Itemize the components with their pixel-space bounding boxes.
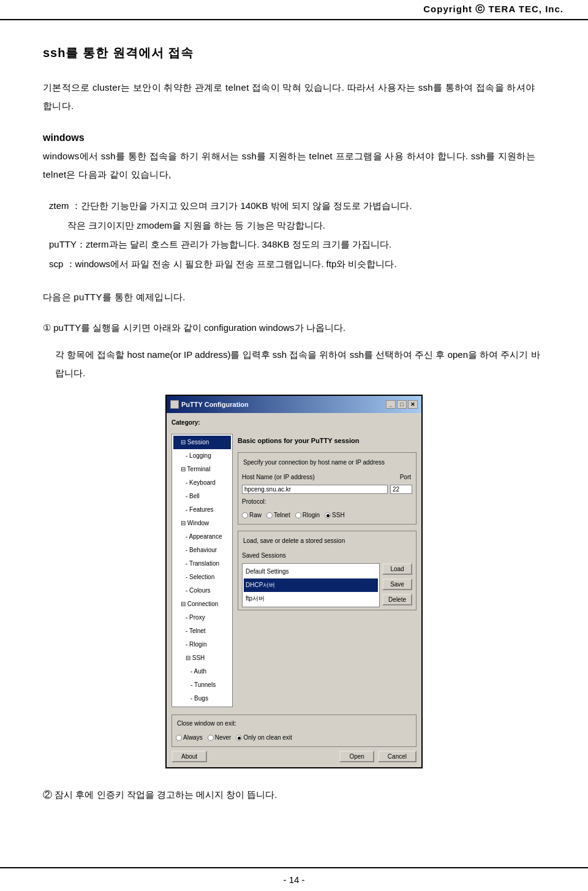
session-group: Load, save or delete a stored session Sa… bbox=[238, 531, 417, 610]
protocol-radio-group: Raw Telnet Rlogin bbox=[242, 509, 412, 521]
maximize-button[interactable]: □ bbox=[397, 400, 407, 409]
radio-telnet-circle[interactable] bbox=[266, 512, 273, 518]
footer-buttons: About Open Cancel bbox=[172, 751, 417, 762]
tree-features[interactable]: - Features bbox=[173, 503, 231, 517]
tree-translation[interactable]: - Translation bbox=[173, 557, 231, 571]
close-options-group: Close window on exit: Always Never bbox=[172, 715, 417, 747]
open-button[interactable]: Open bbox=[339, 751, 374, 762]
radio-telnet-label: Telnet bbox=[274, 509, 290, 521]
protocol-label: Protocol: bbox=[242, 496, 412, 508]
close-always[interactable]: Always bbox=[176, 732, 203, 744]
close-clean[interactable]: Only on clean exit bbox=[236, 732, 292, 744]
radio-ssh-circle[interactable] bbox=[325, 512, 331, 518]
program-list: ztem ：간단한 기능만을 가지고 있으며 크기가 140KB 밖에 되지 않… bbox=[43, 196, 545, 273]
cancel-button[interactable]: Cancel bbox=[378, 751, 417, 762]
tree-proxy[interactable]: - Proxy bbox=[173, 611, 231, 624]
close-clean-radio[interactable] bbox=[236, 735, 242, 741]
list-item-putty: puTTY：zterm과는 달리 호스트 관리가 가능합니다. 348KB 정도… bbox=[43, 235, 545, 254]
close-never[interactable]: Never bbox=[208, 732, 232, 744]
radio-rlogin-circle[interactable] bbox=[295, 512, 301, 518]
session-ftp[interactable]: ftp서버 bbox=[244, 592, 378, 605]
titlebar-buttons[interactable]: _ □ ✕ bbox=[386, 400, 418, 409]
tree-bugs[interactable]: - Bugs bbox=[173, 692, 231, 705]
intro-paragraph: 기본적으로 cluster는 보안이 취약한 관계로 telnet 접속이 막혀… bbox=[43, 78, 545, 115]
page-title: ssh를 통한 원격에서 접속 bbox=[43, 45, 545, 61]
tree-bell[interactable]: - Bell bbox=[173, 490, 231, 503]
tree-window[interactable]: ⊟ Window bbox=[173, 517, 231, 530]
host-input[interactable] bbox=[242, 485, 388, 494]
delete-button[interactable]: Delete bbox=[382, 594, 412, 605]
step2: ② 잠시 후에 인증키 작업을 경고하는 메시지 창이 뜹니다. bbox=[43, 786, 545, 804]
session-group-title: Load, save or delete a stored session bbox=[242, 535, 346, 547]
dialog-bottom: Close window on exit: Always Never bbox=[167, 712, 421, 767]
dialog-icon bbox=[170, 400, 179, 409]
radio-raw-label: Raw bbox=[249, 509, 262, 521]
radio-ssh-label: SSH bbox=[332, 509, 345, 521]
port-input[interactable] bbox=[390, 485, 412, 494]
page-header: Copyright ⓒ TERA TEC, Inc. bbox=[0, 0, 588, 20]
radio-rlogin[interactable]: Rlogin bbox=[295, 509, 320, 521]
radio-raw[interactable]: Raw bbox=[242, 509, 262, 521]
close-always-label: Always bbox=[183, 732, 203, 744]
radio-telnet[interactable]: Telnet bbox=[266, 509, 290, 521]
host-port-row bbox=[242, 485, 412, 494]
category-tree[interactable]: ⊟ Session - Logging ⊟ Terminal - Keyboar… bbox=[172, 434, 233, 707]
footer-right-buttons: Open Cancel bbox=[339, 751, 417, 762]
dialog-body: ⊟ Session - Logging ⊟ Terminal - Keyboar… bbox=[167, 429, 421, 712]
session-dhcp[interactable]: DHCP서버 bbox=[244, 578, 378, 592]
session-list[interactable]: Default Settings DHCP서버 ftp서버 bbox=[242, 563, 380, 607]
list-item-scp: scp ：windows에서 파일 전송 시 필요한 파일 전송 프로그램입니다… bbox=[43, 254, 545, 274]
host-label-text: Host Name (or IP address) bbox=[242, 474, 315, 480]
close-button[interactable]: ✕ bbox=[408, 400, 418, 409]
tree-connection[interactable]: ⊟ Connection bbox=[173, 597, 231, 611]
minimize-button[interactable]: _ bbox=[386, 400, 396, 409]
basic-options-title: Basic options for your PuTTY session bbox=[238, 434, 417, 447]
windows-title: windows bbox=[43, 132, 545, 143]
radio-raw-circle[interactable] bbox=[242, 512, 248, 518]
tree-behaviour[interactable]: - Behaviour bbox=[173, 544, 231, 557]
close-label: Close window on exit: bbox=[176, 718, 238, 730]
session-row: Default Settings DHCP서버 ftp서버 Load Save … bbox=[242, 563, 412, 607]
step2-text: ② 잠시 후에 인증키 작업을 경고하는 메시지 창이 뜹니다. bbox=[43, 789, 277, 800]
dialog-titlebar: PuTTY Configuration _ □ ✕ bbox=[167, 396, 421, 413]
port-label-inline: Port bbox=[400, 471, 411, 483]
example-intro: 다음은 puTTY를 통한 예제입니다. bbox=[43, 288, 545, 306]
tree-appearance[interactable]: - Appearance bbox=[173, 530, 231, 544]
page-number: - 14 - bbox=[283, 874, 304, 885]
close-never-radio[interactable] bbox=[208, 735, 214, 741]
list-item-zmodem: 작은 크기이지만 zmodem을 지원을 하는 등 기능은 막강합니다. bbox=[43, 216, 545, 235]
category-label: Category: bbox=[167, 413, 421, 429]
host-label: Host Name (or IP address) Port bbox=[242, 471, 412, 483]
step1-detail: 각 항목에 접속할 host name(or IP address)를 입력후 … bbox=[43, 346, 545, 382]
connection-group: Specify your connection by host name or … bbox=[238, 452, 417, 525]
tree-keyboard[interactable]: - Keyboard bbox=[173, 476, 231, 490]
tree-tunnels[interactable]: - Tunnels bbox=[173, 678, 231, 692]
tree-rlogin[interactable]: - Rlogin bbox=[173, 638, 231, 651]
main-content: ssh를 통한 원격에서 접속 기본적으로 cluster는 보안이 취약한 관… bbox=[0, 20, 588, 849]
dialog-right-panel: Basic options for your PuTTY session Spe… bbox=[238, 434, 417, 707]
tree-terminal[interactable]: ⊟ Terminal bbox=[173, 463, 231, 476]
radio-ssh[interactable]: SSH bbox=[325, 509, 345, 521]
saved-sessions-label: Saved Sessions bbox=[242, 550, 412, 562]
list-item-ztem: ztem ：간단한 기능만을 가지고 있으며 크기가 140KB 밖에 되지 않… bbox=[43, 196, 545, 216]
close-always-radio[interactable] bbox=[176, 735, 182, 741]
load-button[interactable]: Load bbox=[382, 563, 412, 575]
dialog-title: PuTTY Configuration bbox=[181, 398, 249, 411]
session-default[interactable]: Default Settings bbox=[244, 565, 378, 578]
step1-detail-text: 각 항목에 접속할 host name(or IP address)를 입력후 … bbox=[43, 346, 545, 382]
windows-description: windows에서 ssh를 통한 접속을 하기 위해서는 ssh를 지원하는 … bbox=[43, 147, 545, 184]
save-button[interactable]: Save bbox=[382, 578, 412, 590]
putty-dialog-wrapper: PuTTY Configuration _ □ ✕ Category: ⊟ Se… bbox=[43, 395, 545, 768]
about-button[interactable]: About bbox=[172, 751, 207, 762]
tree-colours[interactable]: - Colours bbox=[173, 584, 231, 597]
tree-ssh[interactable]: ⊟ SSH bbox=[173, 651, 231, 665]
tree-logging[interactable]: - Logging bbox=[173, 449, 231, 463]
titlebar-left: PuTTY Configuration bbox=[170, 398, 249, 411]
putty-configuration-dialog[interactable]: PuTTY Configuration _ □ ✕ Category: ⊟ Se… bbox=[165, 395, 423, 768]
tree-session[interactable]: ⊟ Session bbox=[173, 436, 231, 449]
radio-rlogin-label: Rlogin bbox=[303, 509, 320, 521]
tree-selection[interactable]: - Selection bbox=[173, 571, 231, 584]
tree-auth[interactable]: - Auth bbox=[173, 665, 231, 678]
connection-group-title: Specify your connection by host name or … bbox=[242, 457, 386, 469]
tree-telnet[interactable]: - Telnet bbox=[173, 624, 231, 638]
